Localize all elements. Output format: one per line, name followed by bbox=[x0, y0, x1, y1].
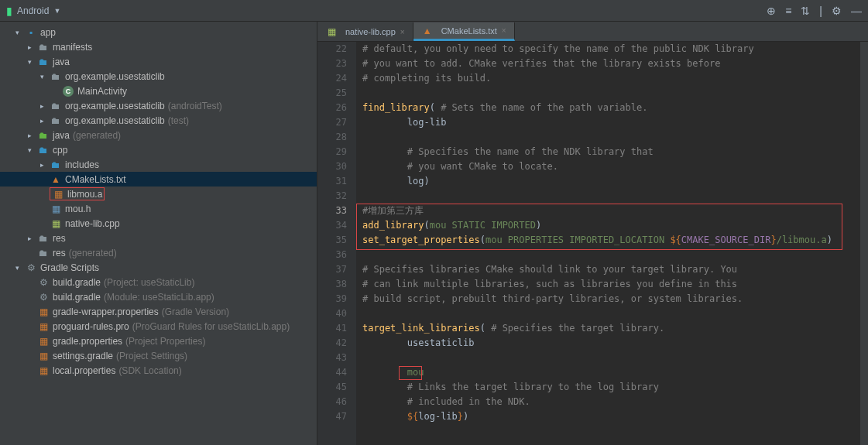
gutter: 2223242526272829303132333435363738394041… bbox=[317, 42, 356, 445]
properties-icon: ▦ bbox=[37, 306, 50, 318]
chevron-down-icon: ▼ bbox=[53, 7, 60, 15]
package-icon: 🖿 bbox=[50, 115, 62, 127]
gear-icon[interactable]: ⚙ bbox=[832, 5, 842, 17]
minimize-icon[interactable]: — bbox=[851, 5, 862, 17]
folder-icon: 🖿 bbox=[37, 232, 50, 245]
tree-node-build-gradle[interactable]: ⚙build.gradle(Project: useStaticLib) bbox=[0, 275, 317, 289]
properties-icon: ▦ bbox=[37, 335, 50, 347]
folder-icon: 🖿 bbox=[37, 247, 50, 259]
collapse-icon[interactable]: ⇅ bbox=[801, 5, 810, 17]
tree-node-local-props[interactable]: ▦local.properties(SDK Location) bbox=[0, 363, 317, 378]
folder-icon: 🖿 bbox=[37, 56, 50, 68]
close-icon[interactable]: × bbox=[502, 26, 506, 35]
properties-icon: ▦ bbox=[37, 320, 50, 333]
tree-node-build-gradle[interactable]: ⚙build.gradle(Module: useStaticLib.app) bbox=[0, 289, 317, 304]
divider: | bbox=[819, 5, 822, 17]
project-tree-sidebar[interactable]: ▾▪app ▸🖿manifests ▾🖿java ▾🖿org.example.u… bbox=[0, 22, 317, 445]
package-icon: 🖿 bbox=[50, 70, 62, 83]
close-icon[interactable]: × bbox=[400, 28, 405, 36]
folder-icon: 🖿 bbox=[37, 144, 50, 156]
editor-area: ▦ native-lib.cpp × ▲ CMakeLists.txt × 22… bbox=[317, 22, 868, 445]
tree-node-native-lib[interactable]: ▦native-lib.cpp bbox=[0, 216, 317, 231]
folder-icon: 🖿 bbox=[37, 41, 50, 53]
scrollbar[interactable] bbox=[860, 42, 868, 445]
top-toolbar: ▮ Android ▼ ⊕ ≡ ⇅ | ⚙ — bbox=[0, 0, 868, 22]
tab-label: CMakeLists.txt bbox=[441, 26, 497, 36]
tree-node-package[interactable]: ▾🖿org.example.usestaticlib bbox=[0, 69, 317, 84]
class-icon: C bbox=[62, 85, 74, 98]
code-content[interactable]: # default, you only need to specify the … bbox=[356, 42, 868, 445]
tree-node-gradle-wrapper[interactable]: ▦gradle-wrapper.properties(Gradle Versio… bbox=[0, 304, 317, 319]
tree-node-gradle-scripts[interactable]: ▾⚙Gradle Scripts bbox=[0, 260, 317, 275]
properties-icon: ▦ bbox=[37, 365, 50, 377]
expand-icon[interactable]: ≡ bbox=[785, 5, 791, 17]
tree-node-gradle-props[interactable]: ▦gradle.properties(Project Properties) bbox=[0, 334, 317, 348]
properties-icon: ▦ bbox=[37, 350, 50, 362]
tree-node-package[interactable]: ▸🖿org.example.usestaticlib(test) bbox=[0, 113, 317, 128]
tree-node-cpp[interactable]: ▾🖿cpp bbox=[0, 142, 317, 157]
tree-node-package[interactable]: ▸🖿org.example.usestaticlib(androidTest) bbox=[0, 98, 317, 113]
tree-node-manifests[interactable]: ▸🖿manifests bbox=[0, 39, 317, 54]
tree-node-includes[interactable]: ▸🖿includes bbox=[0, 157, 317, 172]
module-icon: ▪ bbox=[25, 26, 37, 39]
header-icon: ▦ bbox=[50, 203, 62, 215]
tree-node-java-gen[interactable]: ▸🖿java(generated) bbox=[0, 128, 317, 142]
tree-node-libmou[interactable]: ▦libmou.a bbox=[0, 187, 317, 201]
toolbar-icons-group: ⊕ ≡ ⇅ | ⚙ — bbox=[767, 5, 862, 17]
package-icon: 🖿 bbox=[50, 100, 62, 112]
gradle-file-icon: ⚙ bbox=[37, 291, 50, 303]
folder-icon: 🖿 bbox=[50, 159, 62, 171]
tree-node-mou-h[interactable]: ▦mou.h bbox=[0, 201, 317, 216]
tree-node-app[interactable]: ▾▪app bbox=[0, 25, 317, 39]
gradle-icon: ⚙ bbox=[25, 262, 37, 274]
tree-node-proguard[interactable]: ▦proguard-rules.pro(ProGuard Rules for u… bbox=[0, 319, 317, 334]
locate-icon[interactable]: ⊕ bbox=[767, 5, 776, 17]
tree-node-cmakelists[interactable]: ▲CMakeLists.txt bbox=[0, 172, 317, 187]
editor-tabs: ▦ native-lib.cpp × ▲ CMakeLists.txt × bbox=[317, 22, 868, 42]
android-icon: ▮ bbox=[6, 5, 12, 17]
tree-node-java[interactable]: ▾🖿java bbox=[0, 54, 317, 69]
tree-node-res[interactable]: ▸🖿res bbox=[0, 231, 317, 245]
folder-icon: 🖿 bbox=[37, 129, 50, 142]
tab-label: native-lib.cpp bbox=[345, 27, 396, 36]
cpp-icon: ▦ bbox=[325, 26, 338, 38]
tree-node-settings-gradle[interactable]: ▦settings.gradle(Project Settings) bbox=[0, 348, 317, 363]
tree-node-res-gen[interactable]: 🖿res(generated) bbox=[0, 245, 317, 260]
lib-icon: ▦ bbox=[52, 188, 64, 200]
gradle-file-icon: ⚙ bbox=[37, 276, 50, 289]
editor-tab-cmakelists[interactable]: ▲ CMakeLists.txt × bbox=[413, 22, 515, 41]
project-label: Android bbox=[17, 5, 49, 16]
cmake-icon: ▲ bbox=[50, 173, 62, 186]
cmake-icon: ▲ bbox=[421, 25, 434, 37]
project-view-selector[interactable]: ▮ Android ▼ bbox=[6, 5, 60, 17]
tree-node-class[interactable]: CMainActivity bbox=[0, 84, 317, 98]
cpp-icon: ▦ bbox=[50, 217, 62, 230]
code-editor[interactable]: 2223242526272829303132333435363738394041… bbox=[317, 42, 868, 445]
editor-tab-native-lib[interactable]: ▦ native-lib.cpp × bbox=[317, 22, 413, 41]
